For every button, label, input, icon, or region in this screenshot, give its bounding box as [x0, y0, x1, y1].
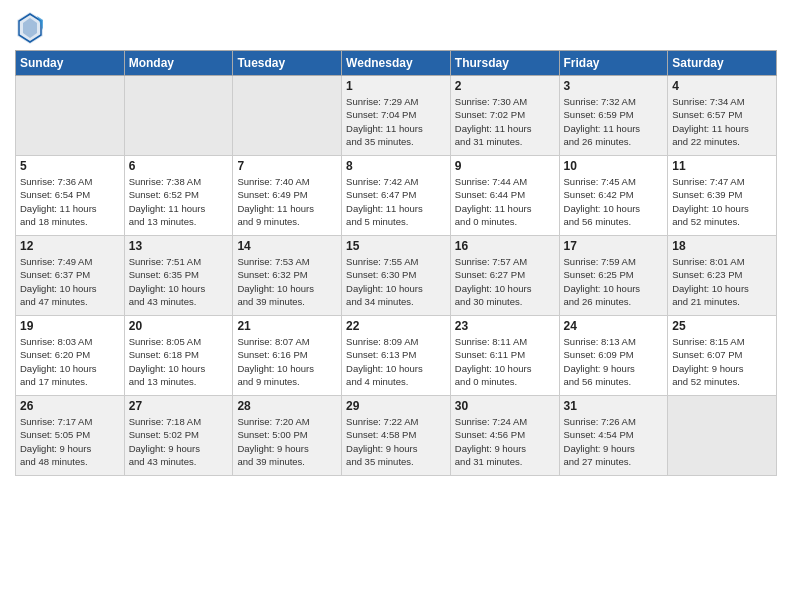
calendar-cell: 10Sunrise: 7:45 AM Sunset: 6:42 PM Dayli…: [559, 156, 668, 236]
day-number: 19: [20, 319, 120, 333]
calendar-cell: 1Sunrise: 7:29 AM Sunset: 7:04 PM Daylig…: [342, 76, 451, 156]
day-number: 13: [129, 239, 229, 253]
day-info: Sunrise: 7:49 AM Sunset: 6:37 PM Dayligh…: [20, 255, 120, 308]
day-number: 22: [346, 319, 446, 333]
weekday-header: Friday: [559, 51, 668, 76]
day-info: Sunrise: 7:24 AM Sunset: 4:56 PM Dayligh…: [455, 415, 555, 468]
day-number: 23: [455, 319, 555, 333]
day-info: Sunrise: 7:22 AM Sunset: 4:58 PM Dayligh…: [346, 415, 446, 468]
day-info: Sunrise: 7:34 AM Sunset: 6:57 PM Dayligh…: [672, 95, 772, 148]
calendar-cell: [668, 396, 777, 476]
calendar-cell: 25Sunrise: 8:15 AM Sunset: 6:07 PM Dayli…: [668, 316, 777, 396]
day-info: Sunrise: 7:40 AM Sunset: 6:49 PM Dayligh…: [237, 175, 337, 228]
day-number: 30: [455, 399, 555, 413]
calendar-cell: 6Sunrise: 7:38 AM Sunset: 6:52 PM Daylig…: [124, 156, 233, 236]
weekday-header: Wednesday: [342, 51, 451, 76]
day-number: 20: [129, 319, 229, 333]
logo-icon: [15, 10, 45, 46]
day-number: 6: [129, 159, 229, 173]
calendar-cell: 21Sunrise: 8:07 AM Sunset: 6:16 PM Dayli…: [233, 316, 342, 396]
calendar-cell: 2Sunrise: 7:30 AM Sunset: 7:02 PM Daylig…: [450, 76, 559, 156]
calendar-cell: 29Sunrise: 7:22 AM Sunset: 4:58 PM Dayli…: [342, 396, 451, 476]
calendar-week-row: 1Sunrise: 7:29 AM Sunset: 7:04 PM Daylig…: [16, 76, 777, 156]
day-number: 31: [564, 399, 664, 413]
calendar-cell: 22Sunrise: 8:09 AM Sunset: 6:13 PM Dayli…: [342, 316, 451, 396]
header: [15, 10, 777, 46]
day-info: Sunrise: 8:13 AM Sunset: 6:09 PM Dayligh…: [564, 335, 664, 388]
calendar-cell: 23Sunrise: 8:11 AM Sunset: 6:11 PM Dayli…: [450, 316, 559, 396]
day-info: Sunrise: 7:20 AM Sunset: 5:00 PM Dayligh…: [237, 415, 337, 468]
day-info: Sunrise: 8:07 AM Sunset: 6:16 PM Dayligh…: [237, 335, 337, 388]
day-number: 2: [455, 79, 555, 93]
day-number: 5: [20, 159, 120, 173]
day-info: Sunrise: 7:26 AM Sunset: 4:54 PM Dayligh…: [564, 415, 664, 468]
calendar-cell: 16Sunrise: 7:57 AM Sunset: 6:27 PM Dayli…: [450, 236, 559, 316]
day-number: 4: [672, 79, 772, 93]
day-info: Sunrise: 8:01 AM Sunset: 6:23 PM Dayligh…: [672, 255, 772, 308]
day-info: Sunrise: 7:44 AM Sunset: 6:44 PM Dayligh…: [455, 175, 555, 228]
day-info: Sunrise: 7:17 AM Sunset: 5:05 PM Dayligh…: [20, 415, 120, 468]
day-info: Sunrise: 8:15 AM Sunset: 6:07 PM Dayligh…: [672, 335, 772, 388]
day-info: Sunrise: 7:47 AM Sunset: 6:39 PM Dayligh…: [672, 175, 772, 228]
calendar-week-row: 26Sunrise: 7:17 AM Sunset: 5:05 PM Dayli…: [16, 396, 777, 476]
day-number: 12: [20, 239, 120, 253]
calendar-cell: [16, 76, 125, 156]
calendar-cell: 12Sunrise: 7:49 AM Sunset: 6:37 PM Dayli…: [16, 236, 125, 316]
day-number: 24: [564, 319, 664, 333]
calendar-cell: 3Sunrise: 7:32 AM Sunset: 6:59 PM Daylig…: [559, 76, 668, 156]
day-info: Sunrise: 8:03 AM Sunset: 6:20 PM Dayligh…: [20, 335, 120, 388]
calendar-cell: 14Sunrise: 7:53 AM Sunset: 6:32 PM Dayli…: [233, 236, 342, 316]
calendar-cell: 30Sunrise: 7:24 AM Sunset: 4:56 PM Dayli…: [450, 396, 559, 476]
day-number: 18: [672, 239, 772, 253]
calendar-cell: 8Sunrise: 7:42 AM Sunset: 6:47 PM Daylig…: [342, 156, 451, 236]
calendar-cell: 7Sunrise: 7:40 AM Sunset: 6:49 PM Daylig…: [233, 156, 342, 236]
day-number: 17: [564, 239, 664, 253]
calendar-cell: [233, 76, 342, 156]
day-info: Sunrise: 7:51 AM Sunset: 6:35 PM Dayligh…: [129, 255, 229, 308]
day-number: 21: [237, 319, 337, 333]
day-info: Sunrise: 7:53 AM Sunset: 6:32 PM Dayligh…: [237, 255, 337, 308]
day-info: Sunrise: 8:09 AM Sunset: 6:13 PM Dayligh…: [346, 335, 446, 388]
day-number: 16: [455, 239, 555, 253]
day-number: 11: [672, 159, 772, 173]
day-number: 3: [564, 79, 664, 93]
calendar: SundayMondayTuesdayWednesdayThursdayFrid…: [15, 50, 777, 476]
calendar-cell: 11Sunrise: 7:47 AM Sunset: 6:39 PM Dayli…: [668, 156, 777, 236]
day-number: 15: [346, 239, 446, 253]
day-info: Sunrise: 8:11 AM Sunset: 6:11 PM Dayligh…: [455, 335, 555, 388]
calendar-week-row: 19Sunrise: 8:03 AM Sunset: 6:20 PM Dayli…: [16, 316, 777, 396]
day-number: 27: [129, 399, 229, 413]
calendar-cell: 24Sunrise: 8:13 AM Sunset: 6:09 PM Dayli…: [559, 316, 668, 396]
logo: [15, 10, 45, 46]
calendar-cell: 18Sunrise: 8:01 AM Sunset: 6:23 PM Dayli…: [668, 236, 777, 316]
day-info: Sunrise: 7:57 AM Sunset: 6:27 PM Dayligh…: [455, 255, 555, 308]
calendar-cell: 17Sunrise: 7:59 AM Sunset: 6:25 PM Dayli…: [559, 236, 668, 316]
day-number: 29: [346, 399, 446, 413]
calendar-cell: 5Sunrise: 7:36 AM Sunset: 6:54 PM Daylig…: [16, 156, 125, 236]
weekday-header-row: SundayMondayTuesdayWednesdayThursdayFrid…: [16, 51, 777, 76]
calendar-cell: 27Sunrise: 7:18 AM Sunset: 5:02 PM Dayli…: [124, 396, 233, 476]
calendar-cell: 26Sunrise: 7:17 AM Sunset: 5:05 PM Dayli…: [16, 396, 125, 476]
day-info: Sunrise: 7:38 AM Sunset: 6:52 PM Dayligh…: [129, 175, 229, 228]
day-number: 9: [455, 159, 555, 173]
day-number: 28: [237, 399, 337, 413]
day-number: 14: [237, 239, 337, 253]
calendar-cell: 28Sunrise: 7:20 AM Sunset: 5:00 PM Dayli…: [233, 396, 342, 476]
weekday-header: Sunday: [16, 51, 125, 76]
day-info: Sunrise: 8:05 AM Sunset: 6:18 PM Dayligh…: [129, 335, 229, 388]
weekday-header: Tuesday: [233, 51, 342, 76]
day-info: Sunrise: 7:59 AM Sunset: 6:25 PM Dayligh…: [564, 255, 664, 308]
calendar-cell: 15Sunrise: 7:55 AM Sunset: 6:30 PM Dayli…: [342, 236, 451, 316]
day-info: Sunrise: 7:18 AM Sunset: 5:02 PM Dayligh…: [129, 415, 229, 468]
calendar-cell: 20Sunrise: 8:05 AM Sunset: 6:18 PM Dayli…: [124, 316, 233, 396]
calendar-cell: [124, 76, 233, 156]
calendar-cell: 13Sunrise: 7:51 AM Sunset: 6:35 PM Dayli…: [124, 236, 233, 316]
day-number: 25: [672, 319, 772, 333]
day-info: Sunrise: 7:42 AM Sunset: 6:47 PM Dayligh…: [346, 175, 446, 228]
day-info: Sunrise: 7:29 AM Sunset: 7:04 PM Dayligh…: [346, 95, 446, 148]
calendar-week-row: 12Sunrise: 7:49 AM Sunset: 6:37 PM Dayli…: [16, 236, 777, 316]
day-info: Sunrise: 7:36 AM Sunset: 6:54 PM Dayligh…: [20, 175, 120, 228]
calendar-cell: 9Sunrise: 7:44 AM Sunset: 6:44 PM Daylig…: [450, 156, 559, 236]
day-info: Sunrise: 7:55 AM Sunset: 6:30 PM Dayligh…: [346, 255, 446, 308]
day-number: 1: [346, 79, 446, 93]
